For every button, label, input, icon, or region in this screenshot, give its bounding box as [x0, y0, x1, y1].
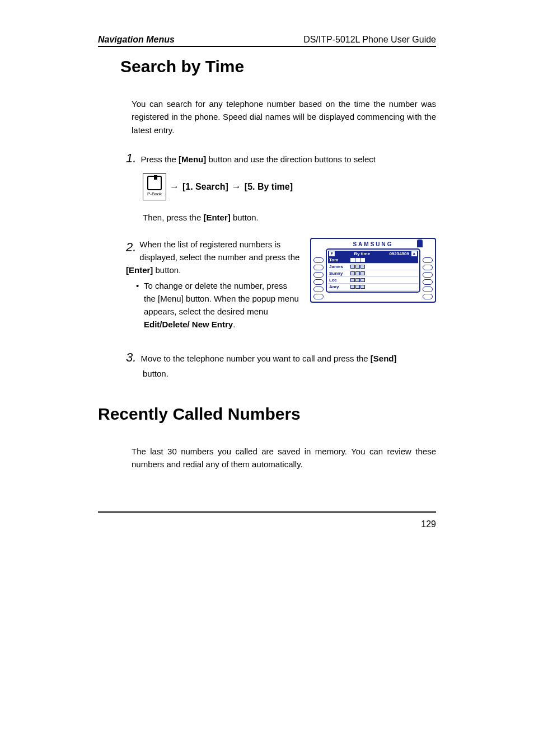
side-button-icon	[313, 287, 324, 292]
screen-title: By time	[337, 251, 387, 256]
side-button-icon	[423, 257, 433, 263]
nav-search: [1. Search]	[182, 182, 228, 192]
then-press-enter: Then, press the [Enter] button.	[143, 213, 436, 222]
step-3-number: 3.	[126, 350, 136, 364]
footer-divider	[98, 511, 436, 513]
list-row: James	[328, 264, 418, 270]
antenna-icon	[417, 240, 423, 247]
side-button-icon	[313, 265, 324, 270]
header-section-name: Navigation Menus	[98, 35, 175, 45]
phone-brand: SAMSUNG	[313, 241, 433, 247]
right-side-buttons	[423, 248, 433, 299]
list-row: Lee	[328, 277, 418, 284]
list-row-selected: Tom	[328, 257, 418, 264]
heading-search-by-time: Search by Time	[120, 57, 436, 76]
menu-button-label: [Menu]	[179, 154, 206, 164]
arrow-icon: →	[232, 181, 241, 192]
nav-by-time: [5. By time]	[245, 182, 293, 192]
arrow-icon: →	[170, 181, 179, 192]
page-number: 129	[421, 519, 436, 529]
side-button-icon	[423, 265, 433, 270]
side-button-icon	[313, 294, 324, 299]
step-2: 2. When the list of registered numbers i…	[126, 238, 300, 331]
side-button-icon	[423, 279, 433, 285]
heading-recently-called: Recently Called Numbers	[98, 405, 436, 424]
step-1-text-a: Press the	[138, 154, 179, 164]
side-button-icon	[423, 287, 433, 292]
navigation-path: P-Book → [1. Search] → [5. By time]	[143, 173, 436, 200]
step-1-text-b: button and use the direction buttons to …	[206, 154, 376, 164]
list-row: Sunny	[328, 270, 418, 277]
step-3: 3. Move to the telephone number you want…	[126, 348, 436, 380]
screen-number: 09234509	[389, 251, 409, 256]
recently-called-intro: The last 30 numbers you called are saved…	[132, 445, 436, 471]
side-button-icon	[313, 257, 324, 263]
side-button-icon	[423, 294, 433, 299]
side-button-icon	[313, 272, 324, 278]
pbook-icon-label: P-Book	[147, 191, 162, 196]
scroll-up-icon: ▴	[411, 251, 417, 256]
phone-screen-figure: SAMSUNG ▾ By time 09234509 ▴	[310, 238, 436, 303]
header-guide-name: DS/ITP-5012L Phone User Guide	[303, 35, 436, 45]
dropdown-icon: ▾	[329, 251, 335, 256]
step-1-number: 1.	[126, 151, 136, 165]
page-header: Navigation Menus DS/ITP-5012L Phone User…	[98, 35, 436, 47]
side-button-icon	[423, 272, 433, 278]
phone-screen: ▾ By time 09234509 ▴ Tom James Sunny	[326, 248, 420, 293]
step-2-number: 2.	[126, 238, 136, 257]
step-2-bullet: To change or delete the number, press th…	[136, 279, 300, 331]
step-1: 1. Press the [Menu] button and use the d…	[126, 151, 436, 200]
list-row: Amy	[328, 284, 418, 290]
side-button-icon	[313, 279, 324, 285]
intro-paragraph: You can search for any telephone number …	[132, 97, 436, 137]
left-side-buttons	[313, 248, 324, 299]
pbook-icon: P-Book	[143, 173, 166, 200]
